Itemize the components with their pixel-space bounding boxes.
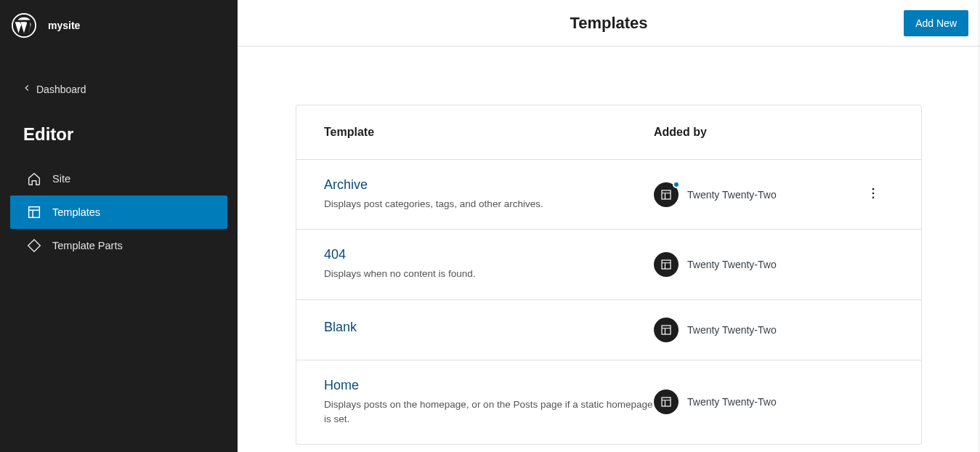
template-description: Displays when no content is found. <box>324 267 654 281</box>
page-title: Templates <box>570 14 647 33</box>
svg-rect-8 <box>662 397 671 406</box>
table-header: Template Added by <box>296 105 921 160</box>
nav-item-templates[interactable]: Templates <box>10 195 227 229</box>
nav-item-template-parts[interactable]: Template Parts <box>10 229 227 262</box>
template-name-link[interactable]: Home <box>324 378 359 393</box>
back-to-dashboard-link[interactable]: Dashboard <box>0 71 238 107</box>
template-name-link[interactable]: Blank <box>324 320 357 335</box>
table-row: BlankTwenty Twenty-Two <box>296 300 921 360</box>
home-icon <box>26 171 42 187</box>
add-new-button[interactable]: Add New <box>904 10 968 36</box>
nav-item-site[interactable]: Site <box>10 162 227 195</box>
template-cell: ArchiveDisplays post categories, tags, a… <box>324 177 654 211</box>
template-name-link[interactable]: 404 <box>324 247 346 262</box>
added-by-cell: Twenty Twenty-Two <box>654 182 853 207</box>
main-content: Templates Add New Template Added by Arch… <box>238 0 980 452</box>
template-description: Displays post categories, tags, and othe… <box>324 197 654 211</box>
added-by-cell: Twenty Twenty-Two <box>654 390 853 414</box>
added-by-text: Twenty Twenty-Two <box>687 259 777 270</box>
added-by-cell: Twenty Twenty-Two <box>654 252 853 277</box>
back-link-label: Dashboard <box>36 84 86 95</box>
svg-point-5 <box>872 196 875 198</box>
layout-icon <box>654 252 679 277</box>
layout-icon <box>654 390 679 414</box>
column-header-template: Template <box>324 126 654 139</box>
template-cell: 404Displays when no content is found. <box>324 247 654 281</box>
templates-table: Template Added by ArchiveDisplays post c… <box>296 105 922 445</box>
svg-rect-1 <box>29 207 40 218</box>
added-by-text: Twenty Twenty-Two <box>687 189 777 201</box>
added-by-cell: Twenty Twenty-Two <box>654 318 853 342</box>
sidebar: mysite Dashboard Editor Site Templates T… <box>0 0 238 452</box>
svg-point-3 <box>872 187 875 190</box>
column-header-added-by: Added by <box>654 126 853 139</box>
layout-icon <box>654 318 679 342</box>
nav-item-label: Template Parts <box>52 240 123 251</box>
layout-icon <box>26 204 42 220</box>
avatar <box>654 390 679 414</box>
avatar <box>654 318 679 342</box>
topbar: Templates Add New <box>238 0 980 47</box>
table-row: HomeDisplays posts on the homepage, or o… <box>296 360 921 445</box>
template-name-link[interactable]: Archive <box>324 177 368 193</box>
nav-item-label: Site <box>52 173 70 185</box>
svg-point-4 <box>872 192 875 194</box>
template-description: Displays posts on the homepage, or on th… <box>324 397 654 427</box>
template-cell: Blank <box>324 320 654 339</box>
site-name[interactable]: mysite <box>48 20 80 31</box>
editor-section-title: Editor <box>0 107 238 162</box>
editor-nav: Site Templates Template Parts <box>0 162 238 262</box>
table-row: ArchiveDisplays post categories, tags, a… <box>296 160 921 230</box>
added-by-text: Twenty Twenty-Two <box>687 324 777 336</box>
avatar <box>654 182 679 207</box>
wordpress-logo-icon[interactable] <box>12 13 36 38</box>
table-row: 404Displays when no content is found.Twe… <box>296 230 921 299</box>
content-area: Template Added by ArchiveDisplays post c… <box>238 47 980 452</box>
row-actions[interactable] <box>853 186 894 203</box>
symbol-icon <box>26 238 42 254</box>
sidebar-header: mysite <box>0 0 238 51</box>
template-cell: HomeDisplays posts on the homepage, or o… <box>324 378 654 427</box>
svg-rect-6 <box>662 260 671 269</box>
customized-indicator-icon <box>673 181 680 188</box>
chevron-left-icon <box>22 83 32 95</box>
nav-item-label: Templates <box>52 206 100 218</box>
more-vertical-icon <box>866 186 880 203</box>
avatar <box>654 252 679 277</box>
svg-rect-2 <box>662 190 671 199</box>
svg-rect-7 <box>662 326 671 334</box>
table-body: ArchiveDisplays post categories, tags, a… <box>296 160 921 444</box>
added-by-text: Twenty Twenty-Two <box>687 396 777 408</box>
